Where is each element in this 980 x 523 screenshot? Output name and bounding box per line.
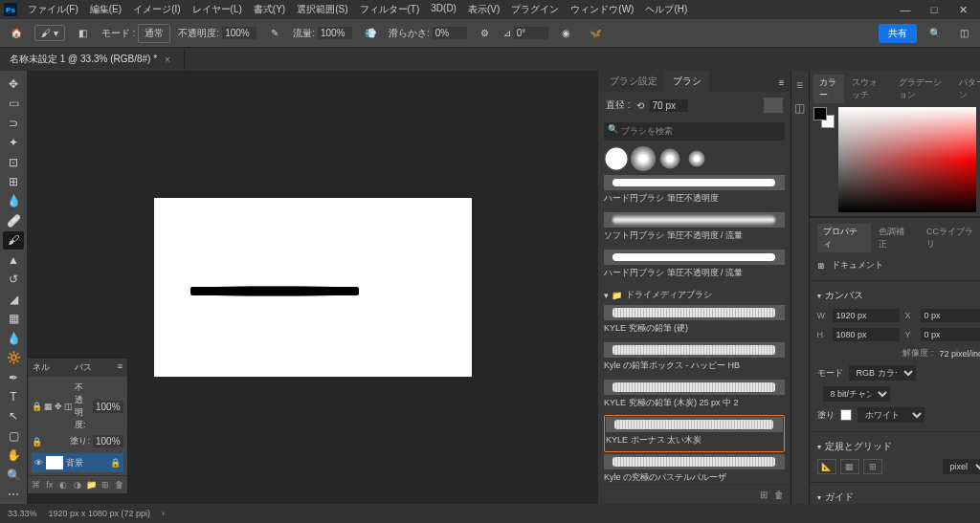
lock-all-icon[interactable]: 🔒 xyxy=(32,437,42,447)
blur-tool[interactable]: 💧 xyxy=(3,329,24,347)
menu-filter[interactable]: フィルター(T) xyxy=(355,1,425,18)
brush-tip[interactable] xyxy=(604,146,629,171)
move-tool[interactable]: ✥ xyxy=(3,75,24,93)
workspace-icon[interactable]: ◫ xyxy=(953,23,974,44)
zoom-level[interactable]: 33.33% xyxy=(8,509,37,518)
delete-icon[interactable]: 🗑 xyxy=(115,479,125,490)
delete-brush-icon[interactable]: 🗑 xyxy=(773,489,785,500)
pixel-grid-toggle[interactable]: ⊞ xyxy=(863,459,882,474)
adjust-icon[interactable]: ◑ xyxy=(73,479,83,490)
bitdepth-select[interactable]: 8 bit/チャンネル xyxy=(823,386,890,402)
new-brush-icon[interactable]: ⊞ xyxy=(758,489,769,500)
fill-select[interactable]: ホワイト xyxy=(858,407,924,423)
mode-select[interactable]: 通常 xyxy=(138,24,170,43)
tab-gradients[interactable]: グラデーション xyxy=(893,75,951,103)
crop-tool[interactable]: ⊡ xyxy=(3,153,24,171)
tab-adjustments[interactable]: 色調補正 xyxy=(873,224,919,252)
frame-tool[interactable]: ⊞ xyxy=(3,172,24,190)
layer-opacity-input[interactable] xyxy=(93,401,123,413)
brush-item[interactable]: KYLE 究極の鉛筆 (木炭) 25 px 中 2 xyxy=(604,378,785,415)
menu-help[interactable]: ヘルプ(H) xyxy=(640,1,692,18)
brush-item[interactable]: Kyle の究極のパステルパルーザ xyxy=(604,452,785,484)
eyedropper-tool[interactable]: 💧 xyxy=(3,192,24,210)
canvas[interactable] xyxy=(154,198,472,377)
flip-icon[interactable]: ⟲ xyxy=(636,100,644,111)
zoom-tool[interactable]: 🔍 xyxy=(3,466,24,484)
fill-swatch[interactable] xyxy=(840,409,852,421)
layer-lock-icon[interactable]: 🔒 xyxy=(110,458,121,468)
status-chevron-icon[interactable]: › xyxy=(162,509,165,518)
mask-icon[interactable]: ◐ xyxy=(58,479,69,490)
group-icon[interactable]: 📁 xyxy=(86,479,97,490)
document-tab[interactable]: 名称未設定 1 @ 33.3% (RGB/8#) * × xyxy=(0,49,185,70)
menu-edit[interactable]: 編集(E) xyxy=(85,1,126,18)
brush-preview-toggle[interactable] xyxy=(764,98,783,113)
pressure-size-icon[interactable]: ◉ xyxy=(556,23,577,44)
lock-pixel-icon[interactable]: ▦ xyxy=(44,402,53,411)
brush-group[interactable]: ドライメディアブラシ xyxy=(604,285,785,303)
panel-menu-icon[interactable]: ≡ xyxy=(118,361,122,374)
menu-3d[interactable]: 3D(D) xyxy=(426,1,461,18)
smooth-input[interactable] xyxy=(433,27,467,39)
grid-toggle[interactable]: ▦ xyxy=(840,459,859,474)
lasso-tool[interactable]: ⊃ xyxy=(3,114,24,132)
tab-properties[interactable]: プロパティ xyxy=(817,224,872,252)
lock-artboard-icon[interactable]: ◫ xyxy=(64,402,73,411)
brush-tip[interactable] xyxy=(689,151,705,167)
path-tool[interactable]: ↖ xyxy=(3,407,24,425)
edit-toolbar[interactable]: ⋯ xyxy=(3,486,24,504)
home-icon[interactable]: 🏠 xyxy=(6,23,27,44)
flow-input[interactable] xyxy=(318,27,352,39)
airbrush-icon[interactable]: 💨 xyxy=(360,23,381,44)
x-input[interactable] xyxy=(921,309,980,322)
dodge-tool[interactable]: 🔆 xyxy=(3,348,24,366)
angle-input[interactable] xyxy=(514,27,548,39)
brush-item[interactable]: KYLE 究極の鉛筆 (硬) xyxy=(604,303,785,340)
doc-dimensions[interactable]: 1920 px x 1080 px (72 ppi) xyxy=(49,509,151,518)
ruler-unit-select[interactable]: pixel xyxy=(943,459,980,474)
wand-tool[interactable]: ✦ xyxy=(3,133,24,151)
symmetry-icon[interactable]: 🦋 xyxy=(585,23,606,44)
histogram-icon[interactable]: ◫ xyxy=(791,99,809,117)
menu-type[interactable]: 書式(Y) xyxy=(249,1,290,18)
shape-tool[interactable]: ▢ xyxy=(3,426,24,445)
tab-brushes[interactable]: ブラシ xyxy=(665,71,709,92)
brush-item[interactable]: ハード円ブラシ 筆圧不透明度 / 流量 xyxy=(604,248,785,285)
brush-settings-icon[interactable]: ◧ xyxy=(73,23,94,44)
tab-patterns[interactable]: パターン xyxy=(953,75,980,103)
close-tab-icon[interactable]: × xyxy=(165,54,170,65)
fx-icon[interactable]: fx xyxy=(45,479,56,490)
tab-brush-settings[interactable]: ブラシ設定 xyxy=(602,71,665,92)
history-icon[interactable]: ≡ xyxy=(791,76,809,94)
brush-tool[interactable]: 🖌 xyxy=(3,231,24,250)
pen-tool[interactable]: ✒ xyxy=(3,368,24,386)
width-input[interactable] xyxy=(833,309,900,322)
brush-list[interactable]: ハード円ブラシ 筆圧不透明度ソフト円ブラシ 筆圧不透明度 / 流量ハード円ブラシ… xyxy=(598,173,791,484)
opacity-input[interactable] xyxy=(222,27,256,39)
visibility-icon[interactable]: 👁 xyxy=(34,458,43,468)
layer-thumbnail[interactable] xyxy=(46,456,63,469)
brush-tip[interactable] xyxy=(660,149,680,169)
smooth-options-icon[interactable]: ⚙ xyxy=(475,23,496,44)
new-layer-icon[interactable]: ⊞ xyxy=(100,479,111,490)
colormode-select[interactable]: RGB カラー xyxy=(849,365,916,381)
hand-tool[interactable]: ✋ xyxy=(3,447,24,465)
tab-swatches[interactable]: スウォッチ xyxy=(846,75,891,103)
history-brush-tool[interactable]: ↺ xyxy=(3,271,24,289)
brush-preset-picker[interactable]: 🖌 ▾ xyxy=(34,25,65,41)
menu-file[interactable]: ファイル(F) xyxy=(23,1,83,18)
lock-icon[interactable]: 🔒 xyxy=(32,402,42,411)
search-icon[interactable]: 🔍 xyxy=(924,23,946,44)
panel-tab-paths[interactable]: パス xyxy=(75,361,92,374)
minimize-icon[interactable]: — xyxy=(892,2,919,17)
canvas-section-head[interactable]: カンバス xyxy=(817,287,980,306)
menu-plugin[interactable]: プラグイン xyxy=(506,1,564,18)
panel-tab-channels[interactable]: ネル xyxy=(33,361,50,374)
brush-item[interactable]: KYLE ボーナス 太い木炭 xyxy=(604,415,785,452)
close-icon[interactable]: ✕ xyxy=(949,2,976,17)
layer-name[interactable]: 背景 xyxy=(66,457,83,469)
ruler-section-head[interactable]: 定規とグリッド xyxy=(817,438,980,457)
brush-search-input[interactable]: ブラシを検索 xyxy=(604,122,785,141)
maximize-icon[interactable]: □ xyxy=(921,2,947,17)
height-input[interactable] xyxy=(833,328,900,341)
